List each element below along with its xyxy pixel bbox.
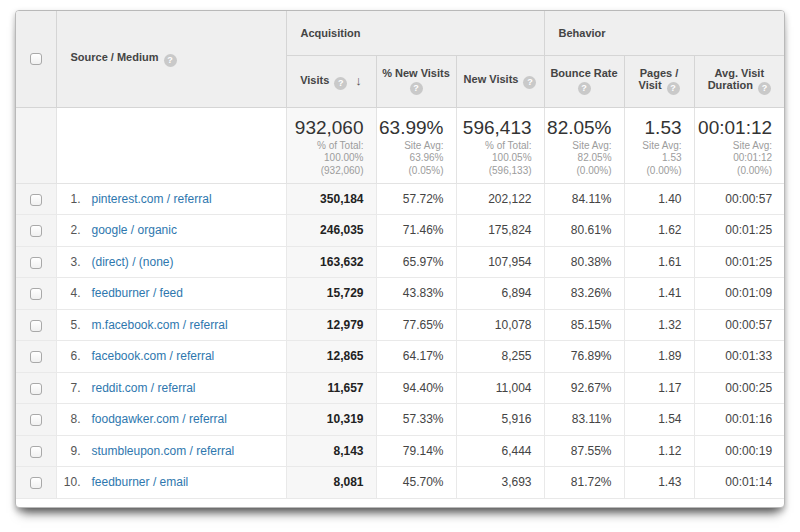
- source-medium-link[interactable]: feedburner / email: [92, 475, 189, 489]
- pct-new-visits-cell: 79.14%: [376, 435, 456, 467]
- visits-cell: 8,081: [286, 467, 376, 499]
- avg-duration-cell: 00:00:57: [694, 183, 784, 215]
- source-medium-link[interactable]: pinterest.com / referral: [92, 192, 212, 206]
- table-row: 9.stumbleupon.com / referral 8,143 79.14…: [16, 435, 784, 467]
- summary-pct-new-visits-sub: Site Avg:63.96%(0.05%): [377, 140, 444, 178]
- visits-cell: 8,143: [286, 435, 376, 467]
- summary-bounce-rate-sub: Site Avg:82.05%(0.00%): [545, 140, 612, 178]
- acquisition-label: Acquisition: [301, 27, 361, 39]
- avg-duration-cell: 00:00:19: [694, 435, 784, 467]
- row-checkbox[interactable]: [30, 257, 42, 269]
- bounce-rate-cell: 87.55%: [544, 435, 624, 467]
- source-medium-link[interactable]: stumbleupon.com / referral: [92, 444, 235, 458]
- help-icon[interactable]: ?: [523, 76, 536, 89]
- analytics-table-card: Source / Medium? Acquisition Behavior Vi…: [15, 10, 785, 508]
- row-checkbox[interactable]: [30, 477, 42, 489]
- avg-duration-cell: 00:01:16: [694, 404, 784, 436]
- source-medium-cell: 4.feedburner / feed: [56, 278, 286, 310]
- summary-pages-visit-value: 1.53: [625, 117, 682, 138]
- bounce-rate-cell: 80.61%: [544, 215, 624, 247]
- new-visits-cell: 10,078: [456, 309, 544, 341]
- column-header-pages-visit[interactable]: Pages / Visit?: [624, 55, 694, 107]
- bounce-rate-cell: 83.26%: [544, 278, 624, 310]
- source-medium-link[interactable]: google / organic: [92, 223, 177, 237]
- summary-visits-value: 932,060: [287, 117, 364, 138]
- pages-visit-cell: 1.40: [624, 183, 694, 215]
- column-header-bounce-rate[interactable]: Bounce Rate ?: [544, 55, 624, 107]
- row-checkbox-cell: [16, 467, 56, 499]
- summary-checkbox-spacer: [16, 107, 56, 183]
- help-icon[interactable]: ?: [578, 82, 591, 95]
- avg-duration-cell: 00:01:14: [694, 467, 784, 499]
- avg-duration-cell: 00:01:25: [694, 215, 784, 247]
- help-icon[interactable]: ?: [758, 82, 771, 95]
- help-icon[interactable]: ?: [164, 54, 177, 67]
- row-rank: 4.: [57, 286, 81, 300]
- table-row: 5.m.facebook.com / referral 12,979 77.65…: [16, 309, 784, 341]
- select-all-cell: [16, 11, 56, 107]
- row-checkbox-cell: [16, 215, 56, 247]
- visits-cell: 10,319: [286, 404, 376, 436]
- source-medium-cell: 10.feedburner / email: [56, 467, 286, 499]
- column-header-pct-new-visits[interactable]: % New Visits ?: [376, 55, 456, 107]
- bounce-rate-cell: 76.89%: [544, 341, 624, 373]
- summary-new-visits-value: 596,413: [457, 117, 532, 138]
- source-medium-link[interactable]: (direct) / (none): [92, 255, 174, 269]
- avg-duration-cell: 00:00:25: [694, 372, 784, 404]
- row-checkbox[interactable]: [30, 414, 42, 426]
- pages-visit-cell: 1.32: [624, 309, 694, 341]
- avg-duration-cell: 00:01:09: [694, 278, 784, 310]
- new-visits-label: New Visits: [464, 73, 519, 85]
- bounce-rate-cell: 81.72%: [544, 467, 624, 499]
- row-checkbox[interactable]: [30, 446, 42, 458]
- pct-new-visits-cell: 43.83%: [376, 278, 456, 310]
- summary-visits-sub: % of Total:100.00%(932,060): [287, 140, 364, 178]
- new-visits-cell: 175,824: [456, 215, 544, 247]
- new-visits-cell: 202,122: [456, 183, 544, 215]
- source-medium-link[interactable]: reddit.com / referral: [92, 381, 196, 395]
- pages-visit-cell: 1.54: [624, 404, 694, 436]
- column-header-new-visits[interactable]: New Visits?: [456, 55, 544, 107]
- source-medium-cell: 8.foodgawker.com / referral: [56, 404, 286, 436]
- bounce-rate-cell: 92.67%: [544, 372, 624, 404]
- row-rank: 8.: [57, 412, 81, 426]
- source-medium-cell: 3.(direct) / (none): [56, 246, 286, 278]
- source-medium-link[interactable]: foodgawker.com / referral: [92, 412, 227, 426]
- visits-cell: 163,632: [286, 246, 376, 278]
- source-medium-link[interactable]: facebook.com / referral: [92, 349, 215, 363]
- column-header-visits[interactable]: Visits?↓: [286, 55, 376, 107]
- column-header-source-medium[interactable]: Source / Medium?: [56, 11, 286, 107]
- row-checkbox[interactable]: [30, 351, 42, 363]
- pages-visit-cell: 1.62: [624, 215, 694, 247]
- pages-visit-label-line2: Visit: [639, 79, 662, 91]
- source-medium-link[interactable]: m.facebook.com / referral: [92, 318, 228, 332]
- new-visits-cell: 11,004: [456, 372, 544, 404]
- row-rank: 5.: [57, 318, 81, 332]
- row-checkbox[interactable]: [30, 320, 42, 332]
- row-rank: 7.: [57, 381, 81, 395]
- bounce-rate-cell: 84.11%: [544, 183, 624, 215]
- row-checkbox[interactable]: [30, 383, 42, 395]
- source-medium-link[interactable]: feedburner / feed: [92, 286, 183, 300]
- row-checkbox[interactable]: [30, 194, 42, 206]
- help-icon[interactable]: ?: [667, 82, 680, 95]
- row-checkbox[interactable]: [30, 288, 42, 300]
- source-medium-cell: 2.google / organic: [56, 215, 286, 247]
- help-icon[interactable]: ?: [410, 82, 423, 95]
- column-header-avg-visit-duration[interactable]: Avg. Visit Duration?: [694, 55, 784, 107]
- pct-new-visits-cell: 64.17%: [376, 341, 456, 373]
- behavior-label: Behavior: [559, 27, 606, 39]
- bounce-rate-label: Bounce Rate: [545, 67, 624, 79]
- source-medium-cell: 5.m.facebook.com / referral: [56, 309, 286, 341]
- visits-cell: 246,035: [286, 215, 376, 247]
- help-icon[interactable]: ?: [334, 77, 347, 90]
- visits-cell: 12,979: [286, 309, 376, 341]
- select-all-checkbox[interactable]: [30, 53, 42, 65]
- summary-pct-new-visits-cell: 63.99% Site Avg:63.96%(0.05%): [376, 107, 456, 183]
- row-checkbox-cell: [16, 246, 56, 278]
- row-checkbox[interactable]: [30, 225, 42, 237]
- new-visits-cell: 5,916: [456, 404, 544, 436]
- table-row: 1.pinterest.com / referral 350,184 57.72…: [16, 183, 784, 215]
- table-row: 6.facebook.com / referral 12,865 64.17% …: [16, 341, 784, 373]
- row-checkbox-cell: [16, 309, 56, 341]
